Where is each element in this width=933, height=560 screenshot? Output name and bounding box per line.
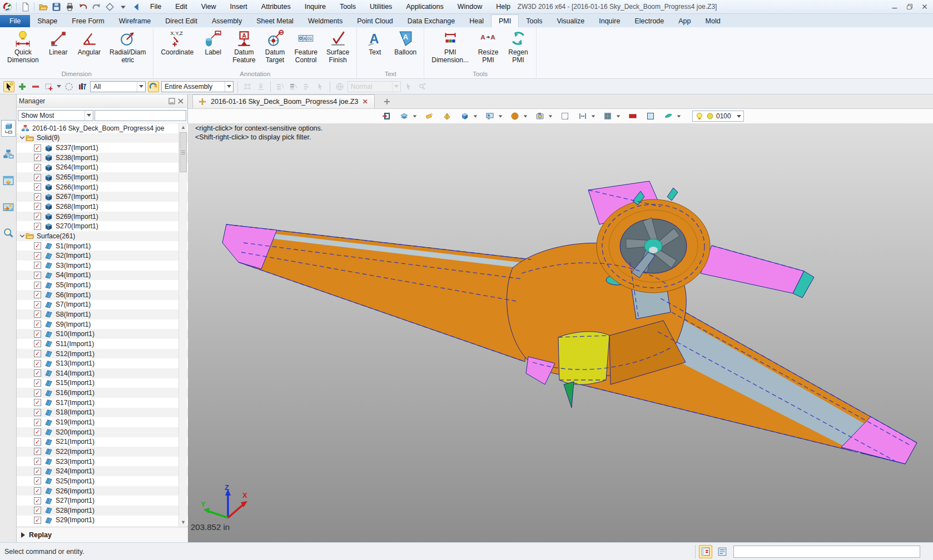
teal-surface-icon[interactable] [663, 111, 674, 122]
scope-select[interactable]: Entire Assembly [161, 81, 234, 92]
side-tab-manager-tree[interactable] [1, 120, 16, 137]
side-tab-find[interactable] [1, 224, 16, 241]
new-file-icon[interactable] [21, 2, 30, 12]
checkbox[interactable]: ✓ [34, 477, 41, 484]
menu-view[interactable]: View [201, 3, 216, 11]
ribbon-tab-assembly[interactable]: Assembly [205, 15, 249, 27]
color-wheel-icon[interactable] [441, 111, 453, 122]
chevron-down-icon[interactable] [19, 233, 26, 239]
tree-item[interactable]: ✓S25(Import1) [17, 476, 188, 486]
ribbon-tab-free-form[interactable]: Free Form [64, 15, 111, 27]
checkbox[interactable]: ✓ [34, 350, 41, 357]
tree-item[interactable]: ✓S15(Import1) [17, 378, 188, 388]
window-restore-button[interactable] [903, 2, 916, 12]
tree-item[interactable]: ✓S12(Import1) [17, 349, 188, 359]
scroll-thumb[interactable] [180, 132, 187, 172]
tree-item[interactable]: ✓S5(Import1) [17, 280, 188, 290]
side-tab-assembly-tree[interactable] [1, 146, 16, 162]
checkbox[interactable]: ✓ [34, 321, 41, 328]
output-panel-icon[interactable] [699, 545, 712, 558]
menu-utilities[interactable]: Utilities [370, 3, 392, 11]
checkbox[interactable]: ✓ [34, 154, 41, 161]
layer-caret-icon[interactable] [737, 115, 741, 118]
panel-close-icon[interactable] [176, 97, 185, 106]
ribbon-tab-tools[interactable]: Tools [519, 15, 549, 27]
ribbon-tab-app[interactable]: App [671, 15, 698, 27]
checkbox[interactable]: ✓ [34, 164, 41, 171]
tree-item[interactable]: ✓S8(Import1) [17, 309, 188, 319]
ribbon-tab-electrode[interactable]: Electrode [627, 15, 671, 27]
tree-item[interactable]: ✓S16(Import1) [17, 388, 188, 398]
checkbox[interactable]: ✓ [34, 389, 41, 397]
checkbox[interactable]: ✓ [34, 262, 41, 269]
checkbox[interactable]: ✓ [34, 419, 41, 426]
lightblue-swatch-icon[interactable] [645, 111, 656, 122]
eraser-icon[interactable] [424, 111, 435, 122]
tree-item[interactable]: ✓S2(Import1) [17, 251, 188, 261]
tree-item[interactable]: ✓S29(Import1) [17, 516, 188, 526]
model-canvas[interactable]: <right-click> for context-sensitive opti… [188, 123, 933, 542]
print-icon[interactable] [65, 2, 75, 12]
ribbon-button-radial-diam-etric[interactable]: Radial/Diam etric [106, 29, 150, 65]
tree-item[interactable]: ✓S268(Import1) [17, 202, 188, 212]
tree-item[interactable]: ✓S17(Import1) [17, 398, 188, 408]
tree-item[interactable]: ✓S22(Import1) [17, 447, 188, 457]
checkbox[interactable]: ✓ [34, 497, 41, 504]
checkbox[interactable]: ✓ [34, 517, 41, 524]
chevron-down-icon[interactable] [19, 134, 26, 141]
add-entity-icon[interactable] [17, 81, 28, 92]
tree-item[interactable]: ✓S21(Import1) [17, 437, 188, 447]
pick-arrow-icon[interactable] [3, 81, 14, 92]
show-filter-caret[interactable] [85, 111, 93, 121]
replay-expand-icon[interactable] [21, 532, 25, 538]
orange-sphere-icon[interactable] [509, 111, 520, 122]
checkbox[interactable]: ✓ [34, 193, 41, 201]
camera-icon[interactable] [534, 111, 545, 122]
checkbox[interactable]: ✓ [34, 448, 41, 455]
dropdown-caret-icon[interactable] [592, 115, 595, 117]
textured-globe-icon[interactable] [602, 111, 613, 122]
tree-item[interactable]: ✓S267(Import1) [17, 192, 188, 202]
tree-item[interactable]: ✓S26(Import1) [17, 486, 188, 496]
tree-folder[interactable]: Surface(261) [17, 231, 188, 241]
tree-folder[interactable]: Solid(9) [17, 133, 188, 143]
marquee-caret-icon[interactable] [57, 85, 61, 88]
undo-icon[interactable] [78, 2, 88, 12]
remove-entity-icon[interactable] [30, 81, 41, 92]
tree-item[interactable]: ✓S23(Import1) [17, 457, 188, 467]
reproject-icon[interactable] [148, 81, 159, 92]
ribbon-tab-inquire[interactable]: Inquire [592, 15, 627, 27]
menu-tools[interactable]: Tools [340, 3, 356, 11]
checkbox[interactable]: ✓ [34, 223, 41, 230]
checkbox[interactable]: ✓ [34, 242, 41, 249]
checkbox[interactable]: ✓ [34, 252, 41, 259]
checkbox[interactable]: ✓ [34, 360, 41, 367]
dropdown-caret-icon[interactable] [524, 115, 527, 117]
ribbon-tab-shape[interactable]: Shape [30, 15, 64, 27]
dropdown-caret-icon[interactable] [413, 115, 416, 117]
window-close-button[interactable] [918, 2, 931, 12]
tree-item[interactable]: ✓S18(Import1) [17, 408, 188, 418]
ribbon-button-balloon[interactable]: ABalloon [390, 29, 420, 57]
tree-item[interactable]: ✓S1(Import1) [17, 241, 188, 251]
checkbox[interactable]: ✓ [34, 428, 41, 436]
tree-item[interactable]: ✓S9(Import1) [17, 319, 188, 329]
menu-edit[interactable]: Edit [175, 3, 187, 11]
save-icon[interactable] [52, 2, 61, 12]
scope-caret[interactable] [225, 82, 233, 92]
entity-filter-select[interactable]: All [90, 81, 146, 92]
ribbon-button-regen-pmi[interactable]: Regen PMI [504, 29, 533, 65]
ribbon-button-label[interactable]: Label [198, 29, 227, 57]
menu-inquire[interactable]: Inquire [305, 3, 326, 11]
checkbox[interactable]: ✓ [34, 331, 41, 338]
tree-item[interactable]: ✓S3(Import1) [17, 261, 188, 271]
ribbon-tab-heal[interactable]: Heal [462, 15, 491, 27]
ribbon-tab-wireframe[interactable]: Wireframe [112, 15, 158, 27]
checkbox[interactable]: ✓ [34, 174, 41, 181]
scroll-up-icon[interactable]: ▲ [180, 123, 187, 131]
ribbon-tab-point-cloud[interactable]: Point Cloud [350, 15, 400, 27]
tree-item[interactable]: ✓S14(Import1) [17, 368, 188, 378]
zw3d-logo[interactable] [3, 2, 12, 12]
tree-item[interactable]: ✓S28(Import1) [17, 506, 188, 516]
checkbox[interactable]: ✓ [34, 399, 41, 406]
